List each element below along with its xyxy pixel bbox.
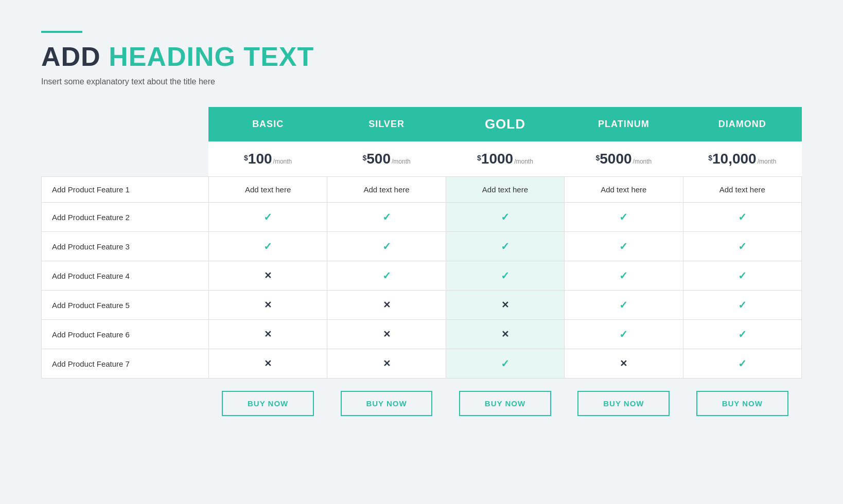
feature-col-header: [42, 107, 209, 141]
plan-header-gold: GOLD: [446, 107, 564, 141]
feature-7-platinum: ✕: [565, 349, 683, 379]
check-icon: ✓: [619, 211, 628, 223]
feature-label-5: Add Product Feature 5: [42, 291, 209, 320]
page-title: ADD HEADING TEXT: [41, 41, 802, 72]
price-period-platinum: /month: [633, 158, 652, 165]
feature-4-gold: ✓: [446, 261, 564, 291]
buy-feature-empty: [42, 379, 209, 429]
plan-header-silver: SILVER: [327, 107, 446, 141]
pricing-table-wrapper: BASIC SILVER GOLD PLATINUM DIAMOND $100/…: [41, 107, 802, 428]
check-icon: ✓: [501, 241, 510, 252]
cross-icon: ✕: [264, 329, 272, 339]
buy-silver-cell: BUY NOW: [327, 379, 446, 429]
feature-row-5: Add Product Feature 5 ✕ ✕ ✕ ✓ ✓: [42, 291, 802, 320]
buy-now-row: BUY NOW BUY NOW BUY NOW BUY NOW BUY NOW: [42, 379, 802, 429]
cross-icon: ✕: [383, 329, 391, 339]
feature-7-silver: ✕: [327, 349, 446, 379]
feature-3-platinum: ✓: [565, 232, 683, 261]
feature-label-2: Add Product Feature 2: [42, 203, 209, 232]
price-amount-platinum: 5000: [600, 151, 631, 167]
check-icon: ✓: [501, 211, 510, 223]
buy-now-gold-button[interactable]: BUY NOW: [459, 391, 551, 416]
price-period-gold: /month: [514, 158, 533, 165]
feature-1-diamond: Add text here: [683, 177, 801, 203]
price-amount-diamond: 10,000: [712, 151, 757, 167]
price-silver: $500/month: [327, 141, 446, 177]
feature-5-gold: ✕: [446, 291, 564, 320]
feature-6-gold: ✕: [446, 320, 564, 349]
feature-2-gold: ✓: [446, 203, 564, 232]
feature-3-basic: ✓: [208, 232, 327, 261]
feature-1-silver: Add text here: [327, 177, 446, 203]
price-platinum: $5000/month: [565, 141, 683, 177]
check-icon: ✓: [619, 270, 628, 281]
feature-4-platinum: ✓: [565, 261, 683, 291]
feature-6-diamond: ✓: [683, 320, 801, 349]
buy-now-diamond-button[interactable]: BUY NOW: [696, 391, 788, 416]
feature-row-3: Add Product Feature 3 ✓ ✓ ✓ ✓ ✓: [42, 232, 802, 261]
feature-1-basic: Add text here: [208, 177, 327, 203]
price-sup-diamond: $: [708, 154, 712, 162]
price-amount-gold: 1000: [481, 151, 513, 167]
price-period-basic: /month: [273, 158, 292, 165]
cross-icon: ✕: [501, 329, 509, 339]
buy-diamond-cell: BUY NOW: [683, 379, 801, 429]
price-row: $100/month $500/month $1000/month $5000/…: [42, 141, 802, 177]
feature-2-diamond: ✓: [683, 203, 801, 232]
price-amount-basic: 100: [248, 151, 272, 167]
buy-now-platinum-button[interactable]: BUY NOW: [577, 391, 670, 416]
price-gold: $1000/month: [446, 141, 564, 177]
check-icon: ✓: [738, 270, 747, 281]
feature-label-7: Add Product Feature 7: [42, 349, 209, 379]
plan-header-basic: BASIC: [208, 107, 327, 141]
feature-3-diamond: ✓: [683, 232, 801, 261]
check-icon: ✓: [382, 270, 391, 281]
feature-4-diamond: ✓: [683, 261, 801, 291]
title-black: ADD: [41, 42, 101, 71]
feature-row-7: Add Product Feature 7 ✕ ✕ ✓ ✕ ✓: [42, 349, 802, 379]
cross-icon: ✕: [264, 300, 272, 310]
feature-1-gold: Add text here: [446, 177, 564, 203]
plan-header-row: BASIC SILVER GOLD PLATINUM DIAMOND: [42, 107, 802, 141]
heading-section: ADD HEADING TEXT Insert some explanatory…: [41, 31, 802, 86]
cross-icon: ✕: [383, 300, 391, 310]
buy-now-silver-button[interactable]: BUY NOW: [341, 391, 433, 416]
price-basic: $100/month: [208, 141, 327, 177]
check-icon: ✓: [738, 329, 747, 340]
title-green: HEADING TEXT: [109, 42, 314, 71]
plan-header-diamond: DIAMOND: [683, 107, 801, 141]
feature-7-gold: ✓: [446, 349, 564, 379]
feature-7-diamond: ✓: [683, 349, 801, 379]
check-icon: ✓: [738, 211, 747, 223]
feature-2-basic: ✓: [208, 203, 327, 232]
feature-4-silver: ✓: [327, 261, 446, 291]
feature-label-4: Add Product Feature 4: [42, 261, 209, 291]
check-icon: ✓: [738, 358, 747, 369]
plan-header-platinum: PLATINUM: [565, 107, 683, 141]
check-icon: ✓: [264, 211, 272, 223]
buy-platinum-cell: BUY NOW: [565, 379, 683, 429]
check-icon: ✓: [501, 270, 510, 281]
feature-4-basic: ✕: [208, 261, 327, 291]
feature-5-diamond: ✓: [683, 291, 801, 320]
feature-1-platinum: Add text here: [565, 177, 683, 203]
check-icon: ✓: [619, 329, 628, 340]
check-icon: ✓: [619, 299, 628, 311]
heading-decorative-line: [41, 31, 82, 33]
feature-6-basic: ✕: [208, 320, 327, 349]
price-diamond: $10,000/month: [683, 141, 801, 177]
pricing-table: BASIC SILVER GOLD PLATINUM DIAMOND $100/…: [41, 107, 802, 428]
price-period-silver: /month: [392, 158, 411, 165]
check-icon: ✓: [738, 299, 747, 311]
feature-3-gold: ✓: [446, 232, 564, 261]
feature-row-6: Add Product Feature 6 ✕ ✕ ✕ ✓ ✓: [42, 320, 802, 349]
check-icon: ✓: [738, 241, 747, 252]
price-sup-basic: $: [244, 154, 248, 162]
feature-row-4: Add Product Feature 4 ✕ ✓ ✓ ✓ ✓: [42, 261, 802, 291]
price-period-diamond: /month: [758, 158, 777, 165]
buy-now-basic-button[interactable]: BUY NOW: [222, 391, 314, 416]
check-icon: ✓: [264, 241, 272, 252]
cross-icon: ✕: [264, 271, 272, 281]
price-sup-gold: $: [477, 154, 481, 162]
feature-label-3: Add Product Feature 3: [42, 232, 209, 261]
